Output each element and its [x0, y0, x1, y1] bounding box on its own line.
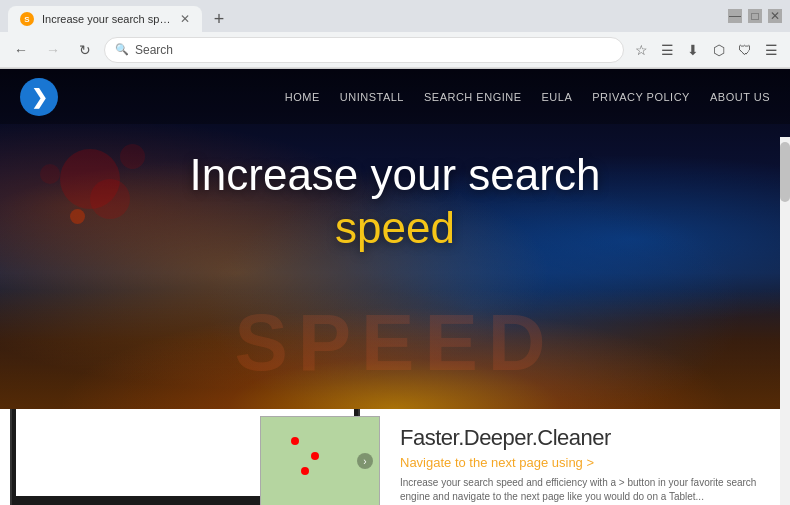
extensions-icon[interactable]: ⬡ [708, 39, 730, 61]
browser-toolbar: ← → ↻ 🔍 Search ☆ ☰ ⬇ ⬡ 🛡 ☰ [0, 32, 790, 68]
right-description: Increase your search speed and efficienc… [400, 476, 770, 504]
address-text: Search [135, 43, 173, 57]
hero-text-area: Increase your search speed [0, 149, 790, 255]
tab-title: Increase your search speed [42, 13, 172, 25]
download-icon[interactable]: ⬇ [682, 39, 704, 61]
close-button[interactable]: ✕ [768, 9, 782, 23]
bottom-section: Google london restaurant All Maps Images… [0, 409, 790, 505]
browser-chrome: S Increase your search speed ✕ + — □ ✕ ←… [0, 0, 790, 69]
right-content-area: Faster.Deeper.Cleaner Navigate to the ne… [380, 409, 790, 505]
bookmark-icon[interactable]: ☆ [630, 39, 652, 61]
address-search-icon: 🔍 [115, 43, 129, 56]
map-pin [301, 467, 309, 475]
nav-home[interactable]: HOME [285, 91, 320, 103]
nav-uninstall[interactable]: UNINSTALL [340, 91, 404, 103]
nav-about-us[interactable]: ABOUT US [710, 91, 770, 103]
city-lights-effect [0, 289, 790, 409]
tab-favicon: S [20, 12, 34, 26]
map-pin [311, 452, 319, 460]
new-tab-button[interactable]: + [206, 6, 232, 32]
menu-icon[interactable]: ☰ [760, 39, 782, 61]
nav-privacy-policy[interactable]: PRIVACY POLICY [592, 91, 690, 103]
forward-button: → [40, 37, 66, 63]
hero-section: ❯ HOME UNINSTALL SEARCH ENGINE EULA PRIV… [0, 69, 790, 409]
shield-icon[interactable]: 🛡 [734, 39, 756, 61]
map-sim: › [260, 416, 380, 505]
nav-links: HOME UNINSTALL SEARCH ENGINE EULA PRIVAC… [285, 91, 770, 103]
map-next-button[interactable]: › [357, 453, 373, 469]
title-bar: S Increase your search speed ✕ + — □ ✕ [0, 0, 790, 32]
active-tab[interactable]: S Increase your search speed ✕ [8, 6, 202, 32]
hero-title-accent: speed [0, 202, 790, 255]
tab-close-button[interactable]: ✕ [180, 12, 190, 26]
hero-title: Increase your search speed [0, 149, 790, 255]
minimize-button[interactable]: — [728, 9, 742, 23]
refresh-button[interactable]: ↻ [72, 37, 98, 63]
window-controls: — □ ✕ [728, 9, 782, 23]
right-subtitle[interactable]: Navigate to the next page using > [400, 455, 770, 470]
toolbar-actions: ☆ ☰ ⬇ ⬡ 🛡 ☰ [630, 39, 782, 61]
map-pin [291, 437, 299, 445]
nav-eula[interactable]: EULA [542, 91, 573, 103]
maximize-button[interactable]: □ [748, 9, 762, 23]
right-title: Faster.Deeper.Cleaner [400, 425, 770, 451]
address-bar[interactable]: 🔍 Search [104, 37, 624, 63]
site-navigation: ❯ HOME UNINSTALL SEARCH ENGINE EULA PRIV… [0, 69, 790, 124]
reading-list-icon[interactable]: ☰ [656, 39, 678, 61]
laptop-mockup: Google london restaurant All Maps Images… [0, 409, 380, 505]
page-content: ❯ HOME UNINSTALL SEARCH ENGINE EULA PRIV… [0, 69, 790, 505]
site-logo[interactable]: ❯ [20, 78, 58, 116]
back-button[interactable]: ← [8, 37, 34, 63]
tab-area: S Increase your search speed ✕ + [8, 0, 232, 32]
nav-search-engine[interactable]: SEARCH ENGINE [424, 91, 522, 103]
